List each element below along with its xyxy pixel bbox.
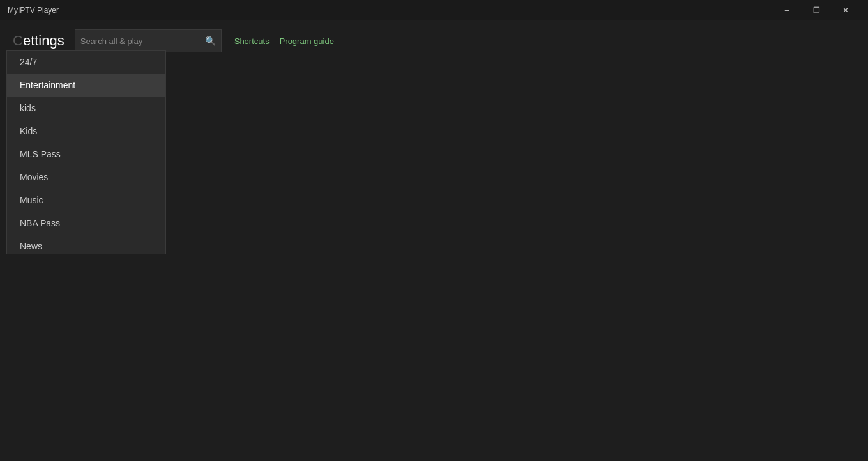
page-title-prefix: C: [13, 33, 23, 49]
header-links: Shortcuts Program guide: [234, 36, 334, 46]
window-controls: – ❐ ✕: [772, 0, 860, 20]
app-title: MyIPTV Player: [8, 6, 59, 15]
dropdown-item[interactable]: Entertainment: [7, 74, 165, 97]
minimize-button[interactable]: –: [772, 0, 802, 20]
maximize-button[interactable]: ❐: [802, 0, 831, 20]
dropdown-item[interactable]: 24/7: [7, 51, 165, 74]
dropdown-menu: 24/7EntertainmentkidsKidsMLS PassMoviesM…: [6, 50, 166, 254]
dropdown-item[interactable]: MLS Pass: [7, 143, 165, 166]
page-title: Cettings: [13, 33, 65, 49]
dropdown-item[interactable]: NBA Pass: [7, 212, 165, 235]
dropdown-item[interactable]: Music: [7, 189, 165, 212]
close-button[interactable]: ✕: [831, 0, 860, 20]
shortcuts-link[interactable]: Shortcuts: [234, 36, 270, 46]
title-bar: MyIPTV Player – ❐ ✕: [0, 0, 868, 20]
dropdown-item[interactable]: Movies: [7, 166, 165, 189]
program-guide-link[interactable]: Program guide: [280, 36, 334, 46]
dropdown-item[interactable]: Kids: [7, 120, 165, 143]
search-input[interactable]: [80, 36, 201, 46]
main-content: Cettings 🔍 Shortcuts Program guide 24/7E…: [0, 20, 868, 461]
dropdown-item[interactable]: kids: [7, 97, 165, 120]
dropdown-item[interactable]: News: [7, 235, 165, 254]
search-icon: 🔍: [205, 36, 216, 46]
search-box[interactable]: 🔍: [75, 29, 222, 52]
